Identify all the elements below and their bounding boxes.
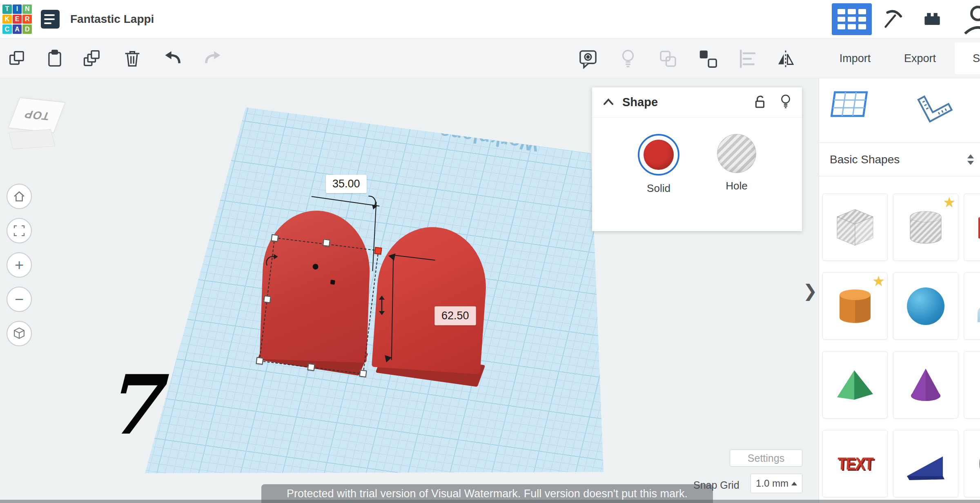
favorite-star-icon[interactable]: ★ — [943, 194, 956, 210]
handle-dot-small[interactable] — [330, 280, 335, 285]
solid-option[interactable]: Solid — [638, 134, 679, 195]
shape-card-cone[interactable] — [893, 351, 958, 418]
send-button[interactable]: S — [955, 42, 980, 74]
delete-button[interactable] — [119, 46, 145, 72]
workplane-tool-icon[interactable] — [831, 88, 870, 124]
tinkercad-logo[interactable]: T I N K E R C A D — [2, 4, 32, 34]
solid-label: Solid — [647, 182, 670, 195]
undo-button[interactable] — [160, 46, 186, 72]
hole-swatch[interactable] — [717, 134, 756, 173]
logo-tile: A — [13, 24, 22, 34]
dashboard-grid-button[interactable] — [832, 3, 872, 35]
hole-label: Hole — [726, 180, 747, 192]
view-cube-front-face[interactable] — [9, 129, 55, 149]
shape-card-sphere[interactable] — [893, 272, 958, 340]
bottom-watermark-strip — [0, 500, 980, 503]
hole-option[interactable]: Hole — [717, 134, 756, 195]
shape-card-cylinder[interactable]: ★ — [822, 272, 888, 340]
bulb-icon[interactable] — [780, 94, 791, 111]
scale-handle[interactable] — [359, 369, 367, 377]
shape-panel-title: Shape — [622, 96, 658, 109]
shape-card-roof[interactable] — [822, 351, 888, 418]
logo-tile: R — [22, 15, 32, 24]
fit-view-button[interactable] — [7, 218, 32, 243]
logo-tile: E — [13, 15, 22, 24]
snap-grid-value: 1.0 mm — [756, 478, 788, 489]
design-title[interactable]: Fantastic Lappi — [70, 0, 154, 38]
view-cube-top-face[interactable]: TOP — [8, 98, 65, 133]
show-all-icon[interactable] — [575, 46, 601, 72]
move-vertical-handle-icon[interactable] — [376, 296, 387, 317]
group-icon[interactable] — [655, 46, 681, 72]
align-icon[interactable] — [734, 46, 760, 72]
design-menu-icon[interactable] — [41, 10, 60, 29]
ortho-view-button[interactable] — [7, 321, 32, 346]
scale-handle[interactable] — [271, 234, 278, 242]
sidebar-collapse-button[interactable]: ❯ — [803, 279, 817, 302]
header: T I N K E R C A D Fantastic Lappi — [0, 0, 980, 38]
shape-card-box-hole[interactable] — [822, 194, 888, 261]
account-icon[interactable] — [958, 3, 980, 35]
logo-tile: D — [22, 24, 32, 34]
shape-card-ring[interactable] — [964, 430, 980, 497]
scale-handle[interactable] — [263, 295, 271, 303]
shape-panel-header: Shape — [592, 87, 802, 118]
redo-button[interactable] — [199, 46, 225, 72]
dimension-height-field[interactable]: 62.50 — [434, 306, 476, 325]
logo-tile: I — [13, 4, 22, 14]
shape-category-label: Basic Shapes — [830, 153, 967, 166]
handle-dot[interactable] — [312, 263, 319, 270]
shape-inspector-panel: Shape Solid Hole — [592, 87, 802, 231]
dimension-width-field[interactable]: 35.00 — [326, 175, 367, 193]
shape-card-cylinder-hole[interactable]: ★ — [893, 194, 958, 261]
favorite-star-icon[interactable]: ★ — [873, 273, 885, 289]
sphere-shape — [907, 287, 944, 325]
solid-swatch[interactable] — [638, 134, 679, 176]
export-button[interactable]: Export — [890, 44, 950, 73]
ungroup-icon[interactable] — [695, 46, 721, 72]
copy-button[interactable] — [4, 46, 30, 72]
shape-card-box[interactable] — [964, 194, 980, 261]
annotation-seven: 7 — [104, 364, 161, 446]
light-icon[interactable] — [615, 46, 641, 72]
brick-icon[interactable] — [914, 3, 951, 35]
scale-handle[interactable] — [323, 239, 330, 247]
shape-category-select[interactable]: Basic Shapes — [819, 142, 980, 176]
shape-gallery: ★ ★ — [822, 194, 980, 497]
half-sphere-shape — [978, 303, 980, 322]
zoom-out-button[interactable]: − — [7, 287, 32, 312]
scale-handle-active[interactable] — [374, 247, 382, 255]
zoom-in-button[interactable]: + — [7, 252, 32, 278]
shape-card-wedge[interactable] — [893, 430, 958, 497]
pickaxe-icon[interactable] — [874, 3, 911, 35]
home-view-button[interactable] — [7, 184, 32, 209]
caret-up-icon — [791, 479, 797, 485]
duplicate-button[interactable] — [79, 46, 105, 72]
paste-button[interactable] — [42, 46, 68, 72]
tinkercad-app: T I N K E R C A D Fantastic Lappi — [0, 0, 980, 503]
shape-card-scribble[interactable] — [964, 351, 980, 418]
logo-tile: N — [22, 4, 32, 14]
import-button[interactable]: Import — [825, 44, 885, 73]
shape-panel-body: Solid Hole — [592, 118, 802, 195]
ruler-tool-icon[interactable] — [916, 87, 957, 126]
scale-handle[interactable] — [307, 363, 315, 371]
shapes-sidebar: Basic Shapes ★ — [819, 78, 980, 503]
collapse-chevron-icon[interactable] — [603, 98, 614, 107]
mirror-icon[interactable] — [773, 46, 799, 72]
logo-tile: C — [2, 24, 12, 34]
snap-grid-label: Snap Grid — [693, 479, 739, 491]
select-arrows-icon — [967, 151, 974, 168]
text-shape: TEXT — [837, 454, 873, 473]
scale-handle[interactable] — [256, 357, 264, 365]
settings-button[interactable]: Settings — [730, 450, 802, 467]
logo-tile: K — [2, 15, 12, 24]
toolbar: Import Export S — [0, 38, 980, 78]
lock-open-icon[interactable] — [754, 94, 767, 111]
snap-grid-dropdown[interactable]: 1.0 mm — [751, 474, 802, 493]
shape-card-half-sphere[interactable] — [964, 272, 980, 340]
shape-card-text[interactable]: TEXT — [822, 430, 888, 497]
logo-tile: T — [2, 4, 12, 14]
